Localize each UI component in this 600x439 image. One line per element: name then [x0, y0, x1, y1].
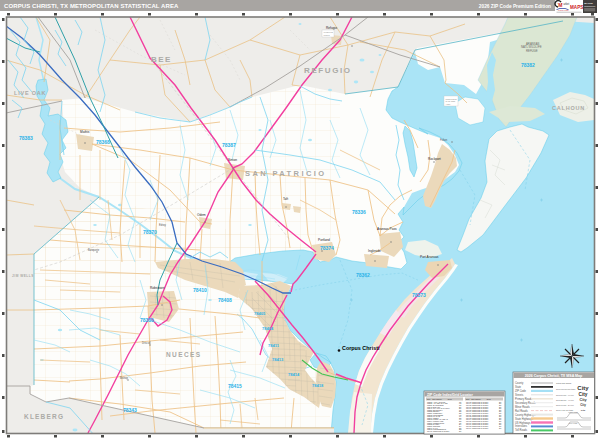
svg-text:78370: 78370 — [143, 229, 157, 235]
svg-text:78382: 78382 — [521, 62, 535, 68]
svg-text:78374: 78374 — [320, 245, 334, 251]
svg-text:County: County — [515, 381, 524, 385]
svg-text:BEE: BEE — [151, 55, 172, 64]
svg-text:Aransas Pass: Aransas Pass — [377, 227, 397, 231]
svg-text:2026 ZIP Code Premium Edition: 2026 ZIP Code Premium Edition — [479, 4, 551, 9]
svg-text:Taft: Taft — [283, 197, 288, 201]
svg-text:Minor Roads: Minor Roads — [515, 405, 530, 409]
svg-text:CORPUS CHRISTI: CORPUS CHRISTI — [472, 427, 489, 429]
svg-text:CORPUS CHRISTI, TX METROPOLITA: CORPUS CHRISTI, TX METROPOLITAN STATISTI… — [4, 3, 179, 9]
svg-text:REFUGIO: REFUGIO — [304, 66, 352, 75]
svg-text:REFUGE: REFUGE — [526, 49, 538, 53]
svg-text:SAN PATRICIO: SAN PATRICIO — [245, 169, 326, 178]
svg-text:78418: 78418 — [312, 383, 324, 388]
svg-text:NUECES: NUECES — [166, 351, 202, 358]
svg-text:CORPUS CHRISTI: CORPUS CHRISTI — [433, 430, 450, 432]
svg-text:Sinton: Sinton — [228, 158, 237, 162]
svg-text:Under Pass: Under Pass — [568, 411, 577, 413]
svg-text:City: City — [579, 398, 587, 402]
svg-text:78415: 78415 — [228, 383, 242, 389]
svg-text:78405: 78405 — [254, 311, 266, 316]
svg-text:US Highways: US Highways — [515, 421, 531, 425]
svg-text:State: State — [515, 385, 522, 389]
svg-text:Odem: Odem — [197, 213, 206, 217]
svg-text:City: City — [577, 385, 589, 391]
svg-text:78343: 78343 — [123, 407, 137, 413]
svg-text:78373: 78373 — [412, 292, 426, 298]
svg-text:78414: 78414 — [288, 372, 300, 377]
svg-text:arket: arket — [564, 2, 570, 6]
svg-text:78368: 78368 — [96, 139, 110, 145]
svg-text:JIM WELLS: JIM WELLS — [12, 274, 34, 278]
svg-text:Streets: Streets — [515, 393, 524, 397]
svg-text:City: City — [581, 409, 586, 411]
svg-text:In Print In Time: In Print In Time — [558, 9, 569, 11]
svg-text:Over Pass: Over Pass — [569, 422, 577, 424]
svg-text:Cities and Towns:: Cities and Towns: — [556, 382, 572, 384]
svg-text:Portland: Portland — [318, 238, 330, 242]
svg-text:WILDLIFE: WILDLIFE — [324, 31, 334, 33]
svg-text:Edroy: Edroy — [159, 223, 166, 227]
svg-text:78419: 78419 — [466, 427, 471, 429]
svg-text:E6: E6 — [459, 430, 461, 432]
svg-text:78387: 78387 — [222, 142, 236, 148]
svg-text:City: City — [578, 392, 587, 397]
svg-text:Robstown: Robstown — [150, 286, 164, 290]
svg-text:E6: E6 — [499, 427, 501, 429]
svg-text:ZIP Code: ZIP Code — [515, 389, 526, 393]
svg-text:State Highways: State Highways — [515, 417, 534, 421]
svg-text:City: City — [580, 403, 586, 407]
svg-text:ZIP Code Index/Grid Locator: ZIP Code Index/Grid Locator — [427, 393, 473, 397]
svg-text:KLEBERG: KLEBERG — [24, 413, 64, 420]
svg-text:Fulton: Fulton — [440, 138, 448, 142]
svg-text:2026 Corpus Christi, TX MSA Ma: 2026 Corpus Christi, TX MSA Map — [525, 374, 583, 378]
svg-text:*: * — [557, 2, 558, 5]
svg-text:78380: 78380 — [140, 317, 154, 323]
svg-text:Interstates: Interstates — [515, 424, 528, 428]
svg-text:78410: 78410 — [193, 287, 207, 293]
svg-text:Primary Roads: Primary Roads — [515, 397, 533, 401]
svg-text:Toll Roads: Toll Roads — [515, 428, 528, 432]
svg-text:78383: 78383 — [19, 135, 33, 141]
svg-text:Driscoll: Driscoll — [142, 341, 151, 345]
svg-text:78413: 78413 — [272, 357, 284, 362]
svg-text:78336: 78336 — [352, 209, 366, 215]
svg-text:LIVE OAK: LIVE OAK — [14, 90, 46, 96]
svg-text:Rockport: Rockport — [428, 157, 441, 161]
svg-text:Rail Roads: Rail Roads — [515, 409, 528, 413]
svg-text:Ingleside: Ingleside — [368, 249, 381, 253]
svg-text:Refugio: Refugio — [326, 26, 337, 30]
svg-text:78401: 78401 — [427, 430, 432, 432]
svg-text:Corpus Christi: Corpus Christi — [342, 345, 380, 351]
svg-text:Reference: Reference — [584, 5, 596, 8]
svg-text:Mathis: Mathis — [80, 130, 90, 134]
svg-text:78404: 78404 — [262, 326, 274, 331]
svg-text:MAPS: MAPS — [570, 5, 583, 10]
svg-text:AREA: AREA — [446, 103, 452, 105]
svg-text:78408: 78408 — [218, 297, 232, 303]
svg-text:CALHOUN: CALHOUN — [552, 105, 585, 111]
svg-text:MGMT: MGMT — [324, 34, 331, 36]
svg-text:78411: 78411 — [268, 343, 280, 348]
svg-text:Port Aransas: Port Aransas — [420, 255, 439, 259]
svg-text:*: * — [562, 2, 563, 5]
svg-text:78362: 78362 — [356, 272, 370, 278]
svg-text:Bishop: Bishop — [120, 376, 128, 380]
svg-text:Banquete: Banquete — [88, 248, 100, 252]
